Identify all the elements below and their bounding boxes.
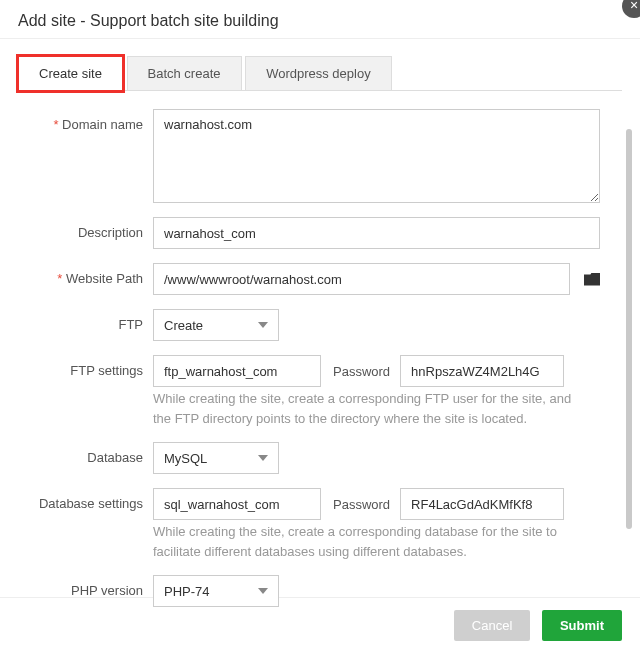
hint-ftp: While creating the site, create a corres…: [153, 389, 600, 428]
label-description: Description: [18, 217, 153, 249]
label-php: PHP version: [18, 575, 153, 607]
ftp-select[interactable]: Create: [153, 309, 279, 341]
tab-wordpress-deploy[interactable]: Wordpress deploy: [245, 56, 392, 90]
database-password-input[interactable]: [400, 488, 564, 520]
chevron-down-icon: [258, 322, 268, 328]
database-select[interactable]: MySQL: [153, 442, 279, 474]
label-db-password: Password: [333, 497, 390, 512]
label-path: Website Path: [18, 263, 153, 295]
database-user-input[interactable]: [153, 488, 321, 520]
domain-input[interactable]: [153, 109, 600, 203]
tab-batch-create[interactable]: Batch create: [127, 56, 242, 90]
ftp-password-input[interactable]: [400, 355, 564, 387]
path-input[interactable]: [153, 263, 570, 295]
scrollbar[interactable]: [626, 129, 632, 529]
label-domain: Domain name: [18, 109, 153, 141]
chevron-down-icon: [258, 588, 268, 594]
tab-create-site[interactable]: Create site: [18, 56, 123, 91]
submit-button[interactable]: Submit: [542, 610, 622, 641]
chevron-down-icon: [258, 455, 268, 461]
cancel-button[interactable]: Cancel: [454, 610, 530, 641]
php-select-value: PHP-74: [164, 584, 210, 599]
database-select-value: MySQL: [164, 451, 207, 466]
description-input[interactable]: [153, 217, 600, 249]
label-database-settings: Database settings: [18, 488, 153, 520]
label-database: Database: [18, 442, 153, 474]
label-ftp-password: Password: [333, 364, 390, 379]
label-ftp: FTP: [18, 309, 153, 341]
folder-icon[interactable]: [584, 273, 600, 286]
ftp-user-input[interactable]: [153, 355, 321, 387]
php-select[interactable]: PHP-74: [153, 575, 279, 607]
ftp-select-value: Create: [164, 318, 203, 333]
label-ftp-settings: FTP settings: [18, 355, 153, 387]
hint-database: While creating the site, create a corres…: [153, 522, 600, 561]
tab-row: Create site Batch create Wordpress deplo…: [18, 55, 622, 91]
add-site-modal: × Add site - Support batch site building…: [0, 0, 640, 668]
modal-title: Add site - Support batch site building: [0, 0, 640, 39]
